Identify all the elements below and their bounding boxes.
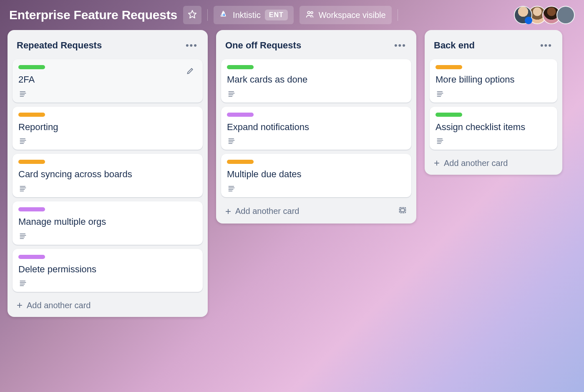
card-label[interactable] xyxy=(435,65,462,69)
card-title: Manage multiple orgs xyxy=(18,216,197,228)
card-title: More billing options xyxy=(435,73,551,86)
add-card-button[interactable]: +Add another card xyxy=(434,158,508,168)
description-icon xyxy=(435,137,551,145)
card-label[interactable] xyxy=(227,160,254,164)
description-icon xyxy=(227,137,405,145)
card-label[interactable] xyxy=(18,160,45,164)
add-card-button[interactable]: +Add another card xyxy=(17,300,91,310)
svg-rect-36 xyxy=(400,209,404,211)
workspace-name: Inktistic xyxy=(233,10,261,20)
card-title: Card syncing across boards xyxy=(18,168,197,181)
svg-point-1 xyxy=(307,11,310,14)
description-icon xyxy=(18,185,197,192)
card-label[interactable] xyxy=(18,113,45,117)
list-header: One off Requests••• xyxy=(221,36,411,55)
plus-icon: + xyxy=(225,206,231,216)
card[interactable]: Multiple due dates xyxy=(221,154,411,197)
card-title: Reporting xyxy=(18,121,197,133)
description-icon xyxy=(18,90,197,98)
card-label[interactable] xyxy=(227,65,254,69)
add-card-label: Add another card xyxy=(444,158,508,168)
card-title: Expand notifications xyxy=(227,121,405,133)
list-actions-button[interactable]: ••• xyxy=(184,38,199,53)
board-header: Enterprise Feature Requests Inktistic EN… xyxy=(0,0,584,30)
list: Back end•••More billing optionsAssign ch… xyxy=(425,30,562,175)
workspace-plan-badge: ENT xyxy=(265,10,288,20)
card[interactable]: Assign checklist items xyxy=(430,107,557,150)
card-title: Delete permissions xyxy=(18,263,197,276)
star-icon xyxy=(188,10,197,21)
list-actions-button[interactable]: ••• xyxy=(539,38,554,53)
people-icon xyxy=(305,10,315,21)
board-members[interactable] xyxy=(514,6,575,24)
list-title[interactable]: Back end xyxy=(434,40,475,51)
card-label[interactable] xyxy=(435,113,462,117)
add-card-button[interactable]: +Add another card xyxy=(225,206,299,216)
list-footer: +Add another card xyxy=(13,296,203,311)
atlassian-logo-icon xyxy=(219,10,229,21)
card[interactable]: Expand notifications xyxy=(221,107,411,150)
list: One off Requests•••Mark cards as doneExp… xyxy=(216,30,416,224)
list-footer: +Add another card xyxy=(221,201,411,218)
description-icon xyxy=(18,279,197,287)
ellipsis-icon: ••• xyxy=(394,40,406,50)
visibility-label: Workspace visible xyxy=(319,10,386,20)
card-title: Multiple due dates xyxy=(227,168,405,181)
card-template-button[interactable] xyxy=(398,206,407,217)
edit-card-button[interactable] xyxy=(184,65,197,78)
template-icon xyxy=(398,207,407,216)
avatar[interactable] xyxy=(514,6,532,24)
list-header: Repeated Requests••• xyxy=(13,36,203,55)
card-title: Assign checklist items xyxy=(435,121,551,133)
svg-marker-0 xyxy=(189,10,196,18)
description-icon xyxy=(227,90,405,98)
list: Repeated Requests•••2FAReportingCard syn… xyxy=(8,30,208,317)
description-icon xyxy=(227,185,405,192)
list-footer: +Add another card xyxy=(430,154,557,169)
card[interactable]: Mark cards as done xyxy=(221,59,411,103)
card[interactable]: Card syncing across boards xyxy=(13,154,203,197)
card-label[interactable] xyxy=(18,207,45,211)
description-icon xyxy=(18,232,197,240)
card[interactable]: Delete permissions xyxy=(13,249,203,292)
list-title[interactable]: Repeated Requests xyxy=(17,40,102,51)
list-actions-button[interactable]: ••• xyxy=(393,38,408,53)
card[interactable]: Reporting xyxy=(13,107,203,150)
svg-point-2 xyxy=(311,11,313,13)
add-card-label: Add another card xyxy=(235,206,299,216)
card[interactable]: More billing options xyxy=(430,59,557,103)
star-button[interactable] xyxy=(183,6,201,24)
list-header: Back end••• xyxy=(430,36,557,55)
description-icon xyxy=(18,137,197,145)
add-card-label: Add another card xyxy=(27,301,91,310)
header-divider xyxy=(207,9,208,21)
board-canvas[interactable]: Repeated Requests•••2FAReportingCard syn… xyxy=(0,30,584,389)
pencil-icon xyxy=(186,67,194,77)
card[interactable]: 2FA xyxy=(13,59,203,103)
card-label[interactable] xyxy=(18,65,45,69)
plus-icon: + xyxy=(434,158,440,168)
list-title[interactable]: One off Requests xyxy=(225,40,301,51)
ellipsis-icon: ••• xyxy=(186,40,198,50)
board-title[interactable]: Enterprise Feature Requests xyxy=(9,8,177,22)
avatar[interactable] xyxy=(556,6,575,24)
card[interactable]: Manage multiple orgs xyxy=(13,201,203,245)
card-label[interactable] xyxy=(18,255,45,259)
card-title: 2FA xyxy=(18,73,197,86)
header-divider-2 xyxy=(398,9,398,21)
workspace-switcher[interactable]: Inktistic ENT xyxy=(214,6,294,24)
ellipsis-icon: ••• xyxy=(540,40,552,50)
description-icon xyxy=(435,90,551,98)
visibility-button[interactable]: Workspace visible xyxy=(300,6,392,24)
card-title: Mark cards as done xyxy=(227,73,405,86)
card-label[interactable] xyxy=(227,113,254,117)
plus-icon: + xyxy=(17,300,23,310)
